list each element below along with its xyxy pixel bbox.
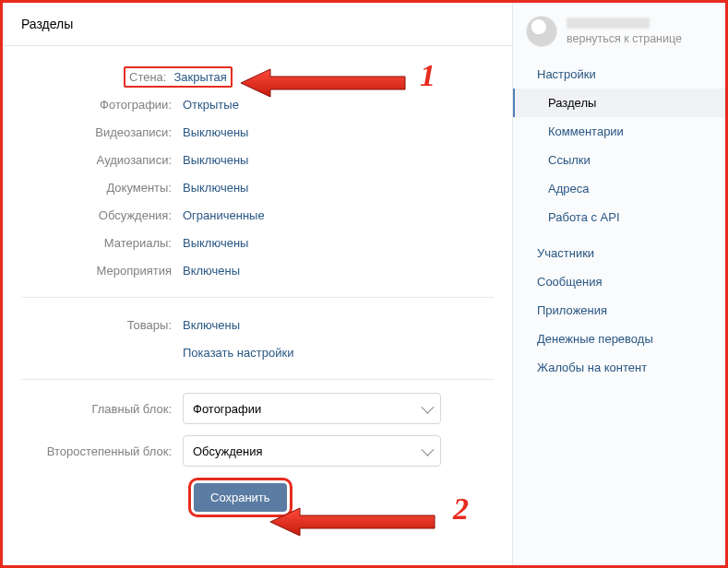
section-label: Аудиозаписи: bbox=[21, 153, 183, 167]
select-value: Обсуждения bbox=[193, 444, 263, 458]
sidebar-menu: Настройки Разделы Комментарии Ссылки Адр… bbox=[513, 60, 725, 382]
select-value: Фотографии bbox=[193, 402, 261, 416]
section-row-audio: Аудиозаписи: Выключены bbox=[21, 146, 494, 173]
section-value-materials[interactable]: Выключены bbox=[183, 236, 248, 250]
sidebar-item-members[interactable]: Участники bbox=[513, 239, 725, 267]
goods-show-settings-link[interactable]: Показать настройки bbox=[183, 346, 293, 360]
section-value-events[interactable]: Включены bbox=[183, 264, 240, 278]
section-value-goods[interactable]: Включены bbox=[183, 318, 240, 332]
highlight-wall: Стена: Закрытая bbox=[124, 66, 233, 88]
sidebar-item-messages[interactable]: Сообщения bbox=[513, 267, 725, 296]
separator bbox=[21, 297, 494, 298]
sidebar-item-sections[interactable]: Разделы bbox=[513, 89, 725, 117]
sidebar-item-api[interactable]: Работа с API bbox=[513, 203, 725, 231]
section-label: Обсуждения: bbox=[21, 208, 183, 222]
profile-block: вернуться к странице bbox=[513, 16, 725, 60]
save-wrap: Сохранить bbox=[21, 483, 494, 512]
back-to-page-link[interactable]: вернуться к странице bbox=[567, 32, 682, 45]
chevron-down-icon bbox=[421, 444, 434, 456]
secondary-block-select[interactable]: Обсуждения bbox=[183, 435, 441, 467]
select-label: Второстепенный блок: bbox=[21, 444, 183, 458]
main-block-row: Главный блок: Фотографии bbox=[21, 393, 494, 424]
section-value-photos[interactable]: Открытые bbox=[183, 98, 239, 112]
sidebar-item-complaints[interactable]: Жалобы на контент bbox=[513, 353, 725, 382]
page-title: Разделы bbox=[3, 3, 512, 46]
profile-text: вернуться к странице bbox=[567, 18, 682, 45]
section-row-materials: Материалы: Выключены bbox=[21, 229, 494, 256]
main-block-select[interactable]: Фотографии bbox=[183, 393, 441, 424]
section-label: Мероприятия bbox=[21, 264, 183, 278]
section-row-discuss: Обсуждения: Ограниченные bbox=[21, 201, 494, 229]
section-row-photos: Фотографии: Открытые bbox=[21, 90, 494, 118]
goods-settings-row: Показать настройки bbox=[21, 338, 494, 366]
sidebar-item-transfers[interactable]: Денежные переводы bbox=[513, 325, 725, 353]
section-label: Стена: bbox=[129, 70, 173, 84]
section-value-audio[interactable]: Выключены bbox=[183, 153, 248, 167]
main-column: Разделы Стена: Закрытая Фотографии: Откр… bbox=[3, 3, 513, 565]
section-label: Документы: bbox=[21, 181, 183, 195]
profile-name-hidden bbox=[567, 18, 650, 29]
section-row-wall: Стена: Закрытая bbox=[21, 63, 494, 90]
section-row-events: Мероприятия Включены bbox=[21, 256, 494, 284]
section-value-wall[interactable]: Закрытая bbox=[173, 70, 226, 84]
secondary-block-row: Второстепенный блок: Обсуждения bbox=[21, 435, 494, 467]
section-label: Видеозаписи: bbox=[21, 125, 183, 139]
section-row-videos: Видеозаписи: Выключены bbox=[21, 118, 494, 146]
separator bbox=[21, 379, 494, 380]
sidebar-item-addresses[interactable]: Адреса bbox=[513, 174, 725, 203]
sidebar-item-links[interactable]: Ссылки bbox=[513, 146, 725, 174]
section-value-videos[interactable]: Выключены bbox=[183, 125, 248, 139]
avatar[interactable] bbox=[526, 16, 557, 47]
section-value-discuss[interactable]: Ограниченные bbox=[183, 208, 265, 222]
chevron-down-icon bbox=[421, 401, 434, 414]
menu-spacer bbox=[513, 231, 725, 239]
save-button[interactable]: Сохранить bbox=[194, 483, 287, 512]
sidebar-item-settings[interactable]: Настройки bbox=[513, 60, 725, 89]
sidebar-item-apps[interactable]: Приложения bbox=[513, 296, 725, 325]
section-label: Товары: bbox=[21, 318, 183, 332]
section-row-goods: Товары: Включены bbox=[21, 311, 494, 338]
sidebar-item-comments[interactable]: Комментарии bbox=[513, 117, 725, 146]
section-row-docs: Документы: Выключены bbox=[21, 173, 494, 201]
section-value-docs[interactable]: Выключены bbox=[183, 181, 248, 195]
select-label: Главный блок: bbox=[21, 402, 183, 416]
sidebar: вернуться к странице Настройки Разделы К… bbox=[513, 3, 725, 565]
section-label: Фотографии: bbox=[21, 98, 183, 112]
app-frame: Разделы Стена: Закрытая Фотографии: Откр… bbox=[0, 0, 728, 568]
section-label: Материалы: bbox=[21, 236, 183, 250]
settings-area: Стена: Закрытая Фотографии: Открытые Вид… bbox=[3, 46, 512, 530]
